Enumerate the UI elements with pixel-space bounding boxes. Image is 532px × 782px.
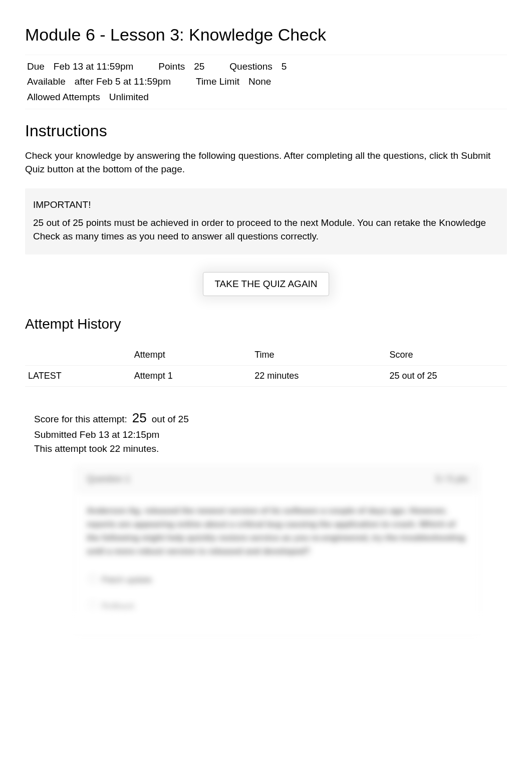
important-heading: IMPORTANT! [33, 199, 499, 210]
table-header-time: Time [251, 345, 386, 366]
questions-label: Questions [229, 59, 273, 74]
question-points: 5 / 5 pts [436, 474, 468, 484]
page-title: Module 6 - Lesson 3: Knowledge Check [25, 25, 507, 45]
timelimit-value: None [248, 74, 271, 89]
score-label: Score for this attempt: [34, 412, 127, 427]
table-header-score: Score [386, 345, 507, 366]
questions-value: 5 [282, 59, 287, 74]
attempt-number[interactable]: Attempt 1 [131, 365, 252, 386]
question-text: Anderson Ag. released the newest version… [87, 504, 468, 559]
attempt-history-heading: Attempt History [25, 316, 507, 332]
attempt-history-table: Attempt Time Score LATEST Attempt 1 22 m… [25, 345, 507, 387]
attempt-latest-badge: LATEST [25, 365, 131, 386]
due-value: Feb 13 at 11:59pm [54, 59, 134, 74]
table-header-blank [25, 345, 131, 366]
duration-line: This attempt took 22 minutes. [34, 442, 498, 456]
allowed-attempts-label: Allowed Attempts [27, 90, 100, 105]
quiz-meta-bar: Due Feb 13 at 11:59pm Points 25 Question… [25, 55, 507, 109]
fade-overlay [38, 589, 507, 634]
submitted-line: Submitted Feb 13 at 12:15pm [34, 428, 498, 442]
question-preview-frame: Question 1 5 / 5 pts Anderson Ag. releas… [38, 465, 507, 633]
attempt-time: 22 minutes [251, 365, 386, 386]
answer-option: Patch update [87, 568, 468, 592]
available-label: Available [27, 74, 66, 89]
question-number: Question 1 [87, 474, 130, 484]
instructions-heading: Instructions [25, 122, 507, 140]
table-row[interactable]: LATEST Attempt 1 22 minutes 25 out of 25 [25, 365, 507, 386]
attempt-score: 25 out of 25 [386, 365, 507, 386]
take-quiz-again-button[interactable]: TAKE THE QUIZ AGAIN [203, 272, 329, 296]
points-label: Points [158, 59, 185, 74]
important-notice: IMPORTANT! 25 out of 25 points must be a… [25, 188, 507, 254]
score-out-of: out of 25 [152, 412, 189, 427]
table-header-attempt: Attempt [131, 345, 252, 366]
score-value: 25 [132, 408, 147, 428]
available-value: after Feb 5 at 11:59pm [75, 74, 171, 89]
question-card-blurred: Question 1 5 / 5 pts Anderson Ag. releas… [75, 465, 479, 633]
points-value: 25 [194, 59, 204, 74]
due-label: Due [27, 59, 45, 74]
timelimit-label: Time Limit [196, 74, 239, 89]
score-summary: Score for this attempt: 25 out of 25 Sub… [25, 404, 507, 460]
allowed-attempts-value: Unlimited [109, 90, 149, 105]
instructions-text: Check your knowledge by answering the fo… [25, 149, 507, 176]
answer-option: Rollback [87, 595, 468, 618]
important-text: 25 out of 25 points must be achieved in … [33, 216, 499, 243]
